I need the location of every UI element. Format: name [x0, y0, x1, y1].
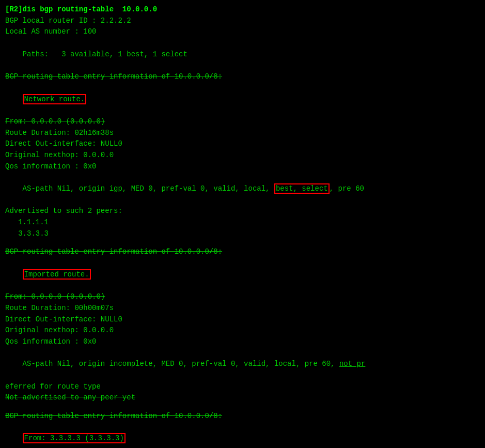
terminal: [R2]dis bgp routing-table 10.0.0.0 BGP l…: [0, 0, 485, 448]
network-route-box: Network route.: [23, 94, 87, 104]
bgp-entry-info-1: BGP routing table entry information of 1…: [5, 71, 480, 83]
paths-value: 3 available, 1 best, 1 select: [49, 50, 187, 58]
imported-route-box-line: Imported route.: [5, 258, 480, 291]
local-as-number: Local AS number : 100: [5, 26, 480, 38]
direct-out-interface-2: Direct Out-interface: NULL0: [5, 314, 480, 326]
not-preferred-underline-1: not pr: [339, 360, 365, 368]
bgp-router-id: BGP local router ID : 2.2.2.2: [5, 16, 480, 27]
from-box: From: 3.3.3.3 (3.3.3.3): [23, 433, 126, 443]
from-line-1: From: 0.0.0.0 (0.0.0.0): [5, 116, 480, 128]
bgp-entry-info-2: BGP routing table entry information of 1…: [5, 246, 480, 258]
network-route-box-line: Network route.: [5, 83, 480, 116]
route-duration-1: Route Duration: 02h16m38s: [5, 128, 480, 139]
peer-1: 1.1.1.1: [5, 217, 480, 228]
original-nexthop-2: Original nexthop: 0.0.0.0: [5, 325, 480, 336]
qos-info-2: Qos information : 0x0: [5, 336, 480, 348]
advertised-to-peers: Advertised to such 2 peers:: [5, 206, 480, 217]
eferred-line: eferred for route type: [5, 381, 480, 393]
qos-info-1: Qos information : 0x0: [5, 161, 480, 173]
as-path-prefix-2: AS-path Nil, origin incomplete, MED 0, p…: [23, 360, 339, 368]
route-duration-2: Route Duration: 00h00m07s: [5, 303, 480, 314]
from-line-2: From: 0.0.0.0 (0.0.0.0): [5, 291, 480, 303]
as-path-suffix-1: , pre 60: [330, 184, 364, 193]
as-path-prefix-1: AS-path Nil, origin igp, MED 0, pref-val…: [23, 184, 274, 193]
original-nexthop-1: Original nexthop: 0.0.0.0: [5, 150, 480, 161]
as-path-line-2: AS-path Nil, origin incomplete, MED 0, p…: [5, 348, 480, 381]
command-line: [R2]dis bgp routing-table 10.0.0.0: [5, 4, 480, 16]
peer-2: 3.3.3.3: [5, 228, 480, 240]
from-box-line: From: 3.3.3.3 (3.3.3.3): [5, 422, 480, 448]
direct-out-interface-1: Direct Out-interface: NULL0: [5, 138, 480, 150]
best-select-box: best, select: [274, 183, 330, 194]
paths-label: Paths:: [23, 50, 49, 58]
paths-line: Paths: 3 available, 1 best, 1 select: [5, 38, 480, 71]
bgp-entry-info-3: BGP routing table entry information of 1…: [5, 411, 480, 422]
not-advertised-1: Not advertised to any peer yet: [5, 392, 480, 404]
as-path-line-1: AS-path Nil, origin igp, MED 0, pref-val…: [5, 172, 480, 206]
imported-route-box: Imported route.: [23, 269, 91, 280]
